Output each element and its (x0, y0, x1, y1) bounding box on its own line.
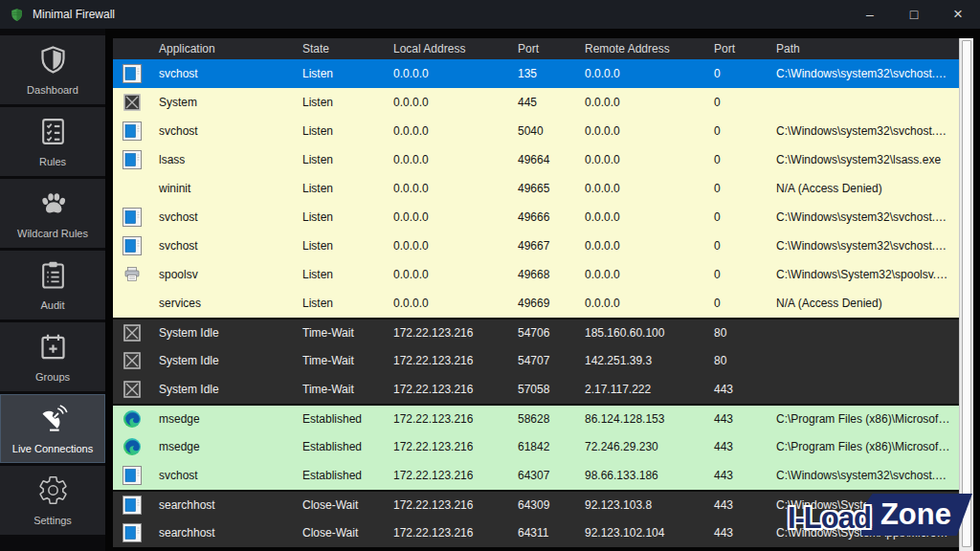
local-port-cell: 54707 (510, 354, 577, 367)
path-cell: C:\Windows\System32\spoolsv.exe (768, 268, 959, 281)
sidebar-item-live-connections[interactable]: Live Connections (0, 394, 105, 463)
column-header-local-address[interactable]: Local Address (386, 42, 510, 55)
local-port-cell: 49665 (510, 182, 577, 195)
table-row[interactable]: wininit Listen 0.0.0.0 49665 0.0.0.0 0 N… (113, 174, 959, 203)
maximize-button[interactable]: □ (892, 0, 936, 29)
path-cell: C:\Windows\system32\svchost.exe (768, 469, 959, 482)
local-port-cell: 57058 (510, 383, 577, 396)
table-row[interactable]: searchhost Close-Wait 172.22.123.216 643… (113, 490, 959, 518)
remote-port-cell: 0 (706, 297, 768, 310)
table-row[interactable]: svchost Listen 0.0.0.0 5040 0.0.0.0 0 C:… (113, 117, 959, 145)
sidebar-item-label: Rules (39, 156, 66, 167)
table-row[interactable]: svchost Listen 0.0.0.0 135 0.0.0.0 0 C:\… (113, 59, 959, 88)
app-window-icon (122, 496, 142, 515)
table-row[interactable]: svchost Listen 0.0.0.0 49667 0.0.0.0 0 C… (113, 231, 959, 260)
path-cell: C:\Windows\system32\svchost.exe (768, 239, 959, 253)
table-row[interactable]: msedge Established 172.22.123.216 58628 … (113, 404, 959, 432)
state-cell: Established (295, 469, 386, 482)
remote-port-cell: 80 (706, 326, 768, 340)
remote-port-cell: 0 (706, 210, 768, 224)
sidebar-item-settings[interactable]: Settings (0, 466, 105, 535)
local-address-cell: 0.0.0.0 (386, 153, 510, 166)
state-cell: Listen (295, 153, 386, 166)
local-address-cell: 0.0.0.0 (386, 297, 510, 310)
state-cell: Listen (295, 124, 386, 138)
local-port-cell: 64309 (510, 498, 577, 512)
sidebar-item-dashboard[interactable]: Dashboard (0, 35, 105, 104)
path-cell: N/A (Access Denied) (768, 182, 959, 195)
sidebar-item-label: Groups (35, 371, 70, 383)
sidebar-item-label: Live Connections (12, 443, 93, 454)
table-row[interactable]: lsass Listen 0.0.0.0 49664 0.0.0.0 0 C:\… (113, 145, 959, 174)
application-cell: searchhost (151, 526, 295, 540)
column-header-application[interactable]: Application (151, 42, 295, 55)
vertical-scrollbar[interactable] (959, 38, 973, 551)
local-address-cell: 0.0.0.0 (386, 239, 510, 253)
local-port-cell: 5040 (510, 124, 577, 138)
clipboard-icon (37, 259, 69, 295)
app-icon (122, 179, 142, 198)
table-row[interactable]: msedge Established 172.22.123.216 61842 … (113, 432, 959, 461)
remote-address-cell: 0.0.0.0 (577, 268, 706, 281)
table-header: Application State Local Address Port Rem… (113, 38, 959, 59)
column-header-remote-port[interactable]: Port (706, 42, 768, 55)
table-row[interactable]: spoolsv Listen 0.0.0.0 49668 0.0.0.0 0 C… (113, 260, 959, 289)
remote-port-cell: 80 (706, 354, 768, 367)
table-row[interactable]: System Idle Time-Wait 172.22.123.216 570… (113, 375, 959, 404)
application-cell: msedge (151, 412, 295, 426)
column-header-remote-address[interactable]: Remote Address (577, 42, 706, 55)
local-port-cell: 135 (510, 67, 577, 80)
local-address-cell: 172.22.123.216 (386, 354, 510, 367)
application-cell: lsass (151, 153, 295, 166)
sidebar-item-rules[interactable]: Rules (0, 107, 105, 176)
local-address-cell: 0.0.0.0 (386, 124, 510, 138)
sidebar-item-label: Settings (33, 515, 72, 526)
table-row[interactable]: svchost Established 172.22.123.216 64307… (113, 461, 959, 490)
sidebar-item-wildcard-rules[interactable]: Wildcard Rules (0, 179, 105, 248)
state-cell: Listen (295, 182, 386, 195)
state-cell: Listen (295, 210, 386, 224)
state-cell: Established (295, 412, 386, 426)
satellite-icon (37, 403, 69, 438)
application-cell: searchhost (151, 498, 295, 512)
local-port-cell: 49664 (510, 153, 577, 166)
local-port-cell: 49666 (510, 210, 577, 224)
local-address-cell: 172.22.123.216 (386, 440, 510, 453)
path-cell: C:\Program Files (x86)\Microsoft\Edg... (768, 440, 959, 453)
remote-port-cell: 0 (706, 96, 768, 109)
state-cell: Time-Wait (295, 354, 386, 367)
sidebar-item-audit[interactable]: Audit (0, 251, 105, 320)
column-header-state[interactable]: State (295, 42, 386, 55)
table-row[interactable]: System Idle Time-Wait 172.22.123.216 547… (113, 318, 959, 346)
local-address-cell: 0.0.0.0 (386, 268, 510, 281)
application-cell: svchost (151, 67, 295, 80)
scrollbar-thumb[interactable] (962, 40, 971, 547)
application-cell: spoolsv (151, 268, 295, 281)
minimize-button[interactable]: – (848, 0, 892, 29)
remote-port-cell: 443 (706, 469, 768, 482)
table-row[interactable]: System Idle Time-Wait 172.22.123.216 547… (113, 346, 959, 375)
state-cell: Listen (295, 239, 386, 253)
calendar-plus-icon (37, 331, 69, 366)
state-cell: Time-Wait (295, 383, 386, 396)
column-header-local-port[interactable]: Port (510, 42, 577, 55)
table-row[interactable]: searchhost Close-Wait 172.22.123.216 643… (113, 518, 959, 547)
state-cell: Listen (295, 67, 386, 80)
local-port-cell: 61842 (510, 440, 577, 453)
close-button[interactable]: × (936, 0, 980, 29)
sidebar-item-groups[interactable]: Groups (0, 322, 105, 391)
remote-address-cell: 0.0.0.0 (577, 124, 706, 138)
application-cell: services (151, 297, 295, 310)
remote-port-cell: 0 (706, 182, 768, 195)
application-cell: System (151, 96, 295, 109)
column-header-path[interactable]: Path (768, 42, 959, 55)
remote-address-cell: 72.246.29.230 (577, 440, 706, 453)
table-row[interactable]: svchost Listen 0.0.0.0 49666 0.0.0.0 0 C… (113, 203, 959, 231)
connections-table-body: svchost Listen 0.0.0.0 135 0.0.0.0 0 C:\… (113, 59, 959, 547)
table-row[interactable]: System Listen 0.0.0.0 445 0.0.0.0 0 (113, 88, 959, 117)
path-cell: C:\Windows\SystemApps\MicrosoftW... (768, 498, 959, 512)
remote-port-cell: 0 (706, 239, 768, 253)
state-cell: Time-Wait (295, 326, 386, 340)
table-row[interactable]: services Listen 0.0.0.0 49669 0.0.0.0 0 … (113, 289, 959, 318)
remote-port-cell: 0 (706, 124, 768, 138)
